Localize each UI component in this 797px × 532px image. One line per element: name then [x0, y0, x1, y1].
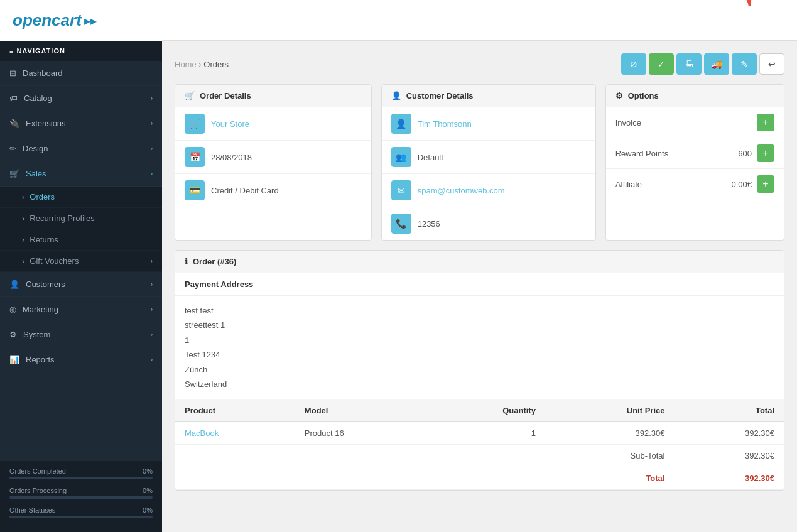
- address-line-2: streettest 1: [185, 318, 774, 332]
- chevron-right-icon: ›: [151, 95, 153, 102]
- sidebar-item-customers[interactable]: 👤 Customers ›: [0, 272, 162, 297]
- options-title: Options: [628, 91, 659, 100]
- order-section-header: ℹ Order (#36): [175, 251, 784, 273]
- total-value: 392.30€: [674, 467, 784, 490]
- sidebar-item-gift-vouchers[interactable]: › Gift Vouchers ›: [0, 251, 162, 272]
- sidebar-item-label: Design: [23, 144, 48, 153]
- sidebar-item-label: Returns: [30, 235, 58, 244]
- order-section-title: Order (#36): [193, 257, 236, 266]
- sidebar-item-catalog[interactable]: 🏷 Catalog ›: [0, 86, 162, 111]
- print-button[interactable]: 🖶: [676, 53, 702, 75]
- affiliate-row: Affiliate 0.00€ +: [606, 169, 784, 199]
- customer-group-text: Default: [418, 153, 443, 162]
- customers-icon: 👤: [9, 280, 19, 289]
- sidebar-item-label: Catalog: [24, 94, 52, 103]
- design-icon: ✏: [9, 144, 16, 153]
- sidebar-item-label: System: [23, 330, 50, 339]
- user-icon: 👤: [391, 114, 411, 134]
- sales-submenu: › Orders › Recurring Profiles › Returns …: [0, 187, 162, 272]
- stat-value: 0%: [143, 487, 153, 494]
- gear-icon: ⚙: [615, 91, 623, 100]
- person-icon: 👤: [391, 91, 401, 100]
- address-line-5: Zürich: [185, 362, 774, 377]
- calendar-icon: 📅: [185, 147, 205, 167]
- save-button[interactable]: ✓: [649, 53, 674, 75]
- invoice-controls: +: [757, 114, 774, 131]
- sidebar-item-recurring[interactable]: › Recurring Profiles: [0, 208, 162, 229]
- sidebar-item-orders[interactable]: › Orders: [0, 187, 162, 208]
- breadcrumb-home[interactable]: Home: [175, 60, 197, 69]
- subtotal-value: 392.30€: [674, 445, 784, 467]
- content-area: Home › Orders ⊘ ✓ 🖶 🚚 ✎ ↩ 🛒 Order Detail…: [162, 41, 797, 532]
- customer-email-row: ✉ spam@customweb.com: [382, 174, 595, 207]
- sidebar-item-reports[interactable]: 📊 Reports ›: [0, 347, 162, 372]
- product-link[interactable]: MacBook: [185, 428, 219, 438]
- ship-button[interactable]: 🚚: [704, 53, 729, 75]
- customer-name-link[interactable]: Tim Thomsonn: [418, 119, 472, 129]
- store-row: 🛒 Your Store: [175, 107, 371, 141]
- marketing-icon: ◎: [9, 305, 16, 314]
- reward-row: Reward Points 600 +: [606, 138, 784, 169]
- arrow-icon: ›: [22, 214, 24, 223]
- col-model: Model: [295, 399, 428, 422]
- customer-group-row: 👥 Default: [382, 141, 595, 174]
- arrow-icon: ›: [22, 256, 24, 266]
- sidebar-item-extensions[interactable]: 🔌 Extensions ›: [0, 111, 162, 136]
- sidebar-item-system[interactable]: ⚙ System ›: [0, 322, 162, 347]
- invoice-add-button[interactable]: +: [757, 114, 774, 131]
- email-icon: ✉: [391, 180, 411, 200]
- customer-details-header: 👤 Customer Details: [382, 85, 595, 107]
- date-text: 28/08/2018: [211, 153, 252, 162]
- edit-button[interactable]: ✎: [732, 53, 757, 75]
- chevron-right-icon: ›: [151, 145, 153, 152]
- affiliate-add-button[interactable]: +: [757, 175, 774, 193]
- sidebar: opencart ▸▸ ≡ NAVIGATION ⊞ Dashboard 🏷 C…: [0, 0, 162, 532]
- sidebar-item-returns[interactable]: › Returns: [0, 229, 162, 251]
- chevron-right-icon: ›: [151, 331, 153, 338]
- stat-value: 0%: [143, 467, 153, 475]
- sidebar-item-label: Extensions: [26, 119, 66, 128]
- store-link[interactable]: Your Store: [211, 119, 249, 129]
- customer-email-link[interactable]: spam@customweb.com: [418, 186, 505, 195]
- toolbar: ⊘ ✓ 🖶 🚚 ✎ ↩: [621, 53, 784, 75]
- subtotal-label: Sub-Total: [175, 445, 674, 467]
- stat-bar: [9, 516, 153, 518]
- product-total: 392.30€: [674, 422, 784, 445]
- col-unit-price: Unit Price: [545, 399, 675, 422]
- cancel-button[interactable]: ⊘: [621, 53, 646, 75]
- stat-label-text: Other Statuses: [9, 506, 55, 514]
- stat-other-statuses: Other Statuses 0%: [9, 506, 153, 518]
- system-icon: ⚙: [9, 330, 17, 339]
- store-icon: 🛒: [185, 114, 205, 134]
- sidebar-item-label: Sales: [26, 169, 46, 178]
- affiliate-controls: 0.00€ +: [731, 175, 774, 193]
- back-button[interactable]: ↩: [759, 53, 784, 75]
- product-unit-price: 392.30€: [545, 422, 675, 445]
- topbar: [162, 0, 797, 41]
- reward-add-button[interactable]: +: [757, 144, 774, 162]
- order-section: ℹ Order (#36) Payment Address test test …: [175, 250, 784, 491]
- sidebar-item-design[interactable]: ✏ Design ›: [0, 136, 162, 161]
- customer-phone-text: 12356: [418, 219, 440, 229]
- affiliate-label: Affiliate: [615, 180, 642, 189]
- subtotal-row: Sub-Total 392.30€: [175, 445, 784, 467]
- order-details-body: 🛒 Your Store 📅 28/08/2018 💳 Credit / Deb…: [175, 107, 371, 207]
- payment-icon: 💳: [185, 180, 205, 200]
- arrow-icon: ›: [22, 235, 24, 244]
- options-body: Invoice + Reward Points 600 + Affiliat: [606, 107, 784, 199]
- reward-controls: 600 +: [738, 144, 774, 162]
- dashboard-icon: ⊞: [9, 68, 16, 78]
- stat-orders-processing: Orders Processing 0%: [9, 487, 153, 499]
- sidebar-item-sales[interactable]: 🛒 Sales ›: [0, 161, 162, 187]
- sidebar-item-marketing[interactable]: ◎ Marketing ›: [0, 297, 162, 322]
- sidebar-item-dashboard[interactable]: ⊞ Dashboard: [0, 61, 162, 86]
- info-icon: ℹ: [185, 257, 188, 266]
- stat-orders-completed: Orders Completed 0%: [9, 467, 153, 479]
- sidebar-item-label: Customers: [26, 280, 65, 289]
- total-label: Total: [175, 467, 674, 490]
- col-product: Product: [175, 399, 295, 422]
- payment-address-header: Payment Address: [175, 273, 784, 296]
- customer-name-row: 👤 Tim Thomsonn: [382, 107, 595, 141]
- address-line-1: test test: [185, 303, 774, 318]
- reports-icon: 📊: [9, 355, 19, 364]
